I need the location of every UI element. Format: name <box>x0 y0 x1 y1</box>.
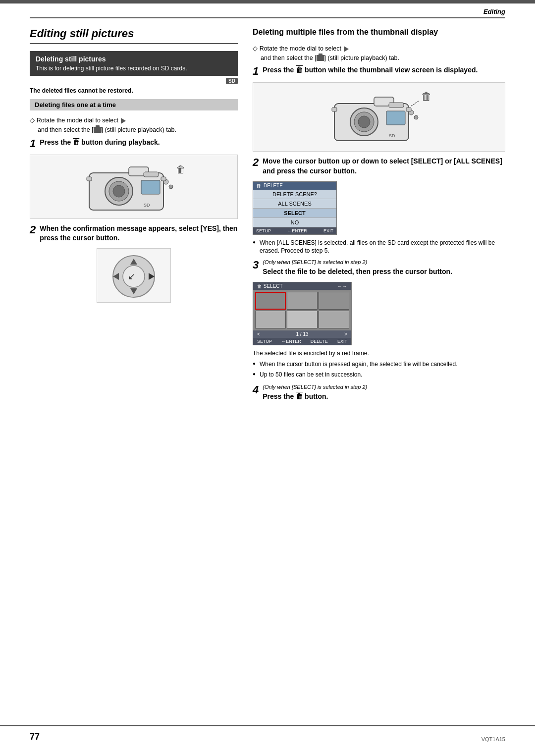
step-2-text-left: When the confirmation message appears, s… <box>40 224 238 243</box>
svg-rect-6 <box>141 180 160 194</box>
play-icon-right <box>344 46 349 52</box>
sel-nav-next: > <box>344 331 347 337</box>
select-screen-title: 🗑 SELECT ←→ <box>253 282 351 290</box>
svg-point-8 <box>169 185 173 189</box>
play-icon <box>121 118 126 124</box>
bullet-item-1: When [ALL SCENES] is selected, all files… <box>253 239 505 256</box>
footer-page-number: 77 <box>30 732 40 742</box>
menu-screen: 🗑 DELETE DELETE SCENE? ALL SCENES SELECT… <box>253 181 337 235</box>
step-1-number-right: 1 <box>253 65 259 77</box>
warning-text: The deleted files cannot be restored. <box>30 87 238 94</box>
right-step-2: 2 Move the cursor button up or down to s… <box>253 157 505 176</box>
bullet-item-2: When the cursor button is pressed again,… <box>253 360 505 369</box>
sel-setup: SETUP <box>257 339 272 344</box>
sel-thumb-4 <box>255 311 286 328</box>
svg-text:🗑: 🗑 <box>421 90 432 103</box>
bullet-item-3: Up to 50 files can be set in succession. <box>253 371 505 379</box>
right-heading: Deleting multiple files from the thumbna… <box>253 27 505 38</box>
step-3-note: (Only when [SELECT] is selected in step … <box>263 259 505 265</box>
note-text-1: The selected file is encircled by a red … <box>253 349 505 358</box>
svg-text:SD: SD <box>389 133 395 138</box>
cursor-button-illustration: ↙ <box>97 248 171 303</box>
left-step-1: 1 Press the 🗑 button during playback. <box>30 138 238 150</box>
right-step-4: 4 (Only when [SELECT] is selected in ste… <box>253 384 505 402</box>
dark-box-title: Deleting still pictures <box>36 55 232 63</box>
menu-bottom-exit: EXIT <box>323 228 333 233</box>
cursor-svg: ↙ <box>104 252 163 299</box>
step-2-text-right: Move the cursor button up or down to sel… <box>263 157 505 176</box>
right-diamond-instruction: ◇ Rotate the mode dial to select and the… <box>253 44 505 63</box>
svg-text:SD: SD <box>144 203 150 208</box>
menu-title-text: DELETE <box>264 183 283 188</box>
select-screen-container: 🗑 SELECT ←→ < 1 / 13 > <box>253 282 505 345</box>
step-4-note: (Only when [SELECT] is selected in step … <box>263 384 505 390</box>
sel-enter: ←ENTER <box>281 339 301 344</box>
footer-code: VQT1A15 <box>482 736 505 742</box>
svg-point-23 <box>358 116 370 128</box>
menu-screen-container: 🗑 DELETE DELETE SCENE? ALL SCENES SELECT… <box>253 181 505 235</box>
sd-badge: SD <box>226 78 238 84</box>
sel-counter: 1 / 13 <box>296 331 308 337</box>
sd-badge-row: SD <box>30 78 238 84</box>
svg-rect-25 <box>389 103 404 108</box>
step-4-text-right: Press the 🗑 button. <box>263 392 505 402</box>
sel-thumb-1 <box>255 292 286 310</box>
step-1-number-left: 1 <box>30 138 36 150</box>
svg-rect-9 <box>87 177 92 181</box>
header-editing-label: Editing <box>483 8 505 15</box>
svg-line-32 <box>411 101 419 106</box>
step-3-number-right: 3 <box>253 259 259 271</box>
sel-delete: DELETE <box>311 339 328 344</box>
sel-thumb-5 <box>287 311 318 328</box>
select-screen: 🗑 SELECT ←→ < 1 / 13 > <box>253 282 352 345</box>
step-2-number-left: 2 <box>30 224 36 236</box>
menu-title-bar: 🗑 DELETE <box>253 182 336 190</box>
sel-exit: EXIT <box>337 339 347 344</box>
right-column: Deleting multiple files from the thumbna… <box>253 27 505 407</box>
svg-rect-10 <box>161 177 166 181</box>
camera-svg-right: 🗑 SD <box>324 86 433 148</box>
svg-rect-26 <box>386 111 405 125</box>
trash-icon-step1-left: 🗑 <box>73 139 79 146</box>
sel-nav-prev: < <box>257 331 260 337</box>
sel-nav: < 1 / 13 > <box>253 330 351 338</box>
menu-item-no: NO <box>253 218 336 227</box>
dark-header-box: Deleting still pictures This is for dele… <box>30 51 238 76</box>
svg-rect-5 <box>144 172 159 177</box>
sel-thumb-3 <box>319 292 349 310</box>
sel-thumb-6 <box>319 311 349 328</box>
camera-icon-left <box>94 127 102 133</box>
svg-text:🗑: 🗑 <box>176 164 186 175</box>
sub-section-header: Deleting files one at a time <box>30 99 238 110</box>
header-bar: Editing <box>0 4 535 17</box>
camera-svg-left: 🗑 SD <box>79 158 188 215</box>
menu-item-delete-scene: DELETE SCENE? <box>253 190 336 199</box>
camera-icon-right <box>317 55 324 61</box>
svg-point-28 <box>414 115 418 119</box>
bottom-rule <box>0 725 535 726</box>
dark-box-subtitle: This is for deleting still picture files… <box>36 65 232 72</box>
camera-illustration-left: 🗑 SD <box>30 155 238 219</box>
camera-illustration-right: 🗑 SD <box>253 82 505 152</box>
menu-trash-icon: 🗑 <box>256 183 262 189</box>
step-1-text-left: Press the 🗑 button during playback. <box>40 138 238 148</box>
menu-bottom-setup: SETUP <box>256 228 271 233</box>
left-diamond-instruction: ◇ Rotate the mode dial to select and the… <box>30 115 238 135</box>
menu-bottom-bar: SETUP ←ENTER EXIT <box>253 227 336 234</box>
footer: 77 VQT1A15 <box>0 728 535 746</box>
step-2-number-right: 2 <box>253 157 259 168</box>
sel-right-label: ←→ <box>337 283 347 289</box>
svg-point-3 <box>113 185 125 197</box>
menu-item-select: SELECT <box>253 209 336 218</box>
svg-rect-29 <box>332 108 337 111</box>
two-col-layout: Editing still pictures Deleting still pi… <box>0 18 535 417</box>
right-step-1: 1 Press the 🗑 button while the thumbnail… <box>253 65 505 77</box>
sel-thumb-2 <box>287 292 318 310</box>
trash-icon-step4: 🗑 <box>296 392 303 400</box>
menu-bottom-enter: ←ENTER <box>287 228 307 233</box>
sel-bottom: SETUP ←ENTER DELETE EXIT <box>253 338 351 345</box>
left-step-2: 2 When the confirmation message appears,… <box>30 224 238 243</box>
svg-text:↙: ↙ <box>128 271 135 281</box>
step-3-text-right: Select the file to be deleted, then pres… <box>263 267 505 277</box>
sel-grid <box>253 290 351 330</box>
